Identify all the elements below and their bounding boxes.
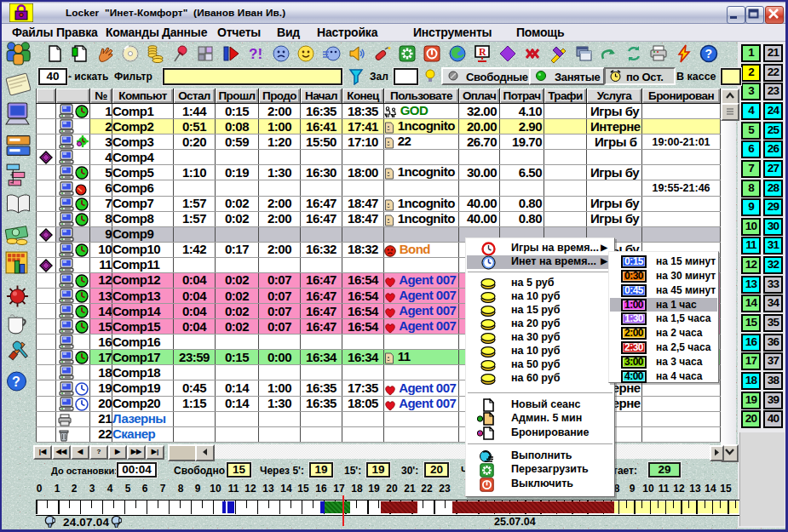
svg-text:R: R — [479, 46, 486, 58]
svg-text:?: ? — [705, 47, 713, 60]
svg-text:?: ? — [12, 375, 20, 389]
svg-text:?!: ?! — [249, 46, 262, 62]
